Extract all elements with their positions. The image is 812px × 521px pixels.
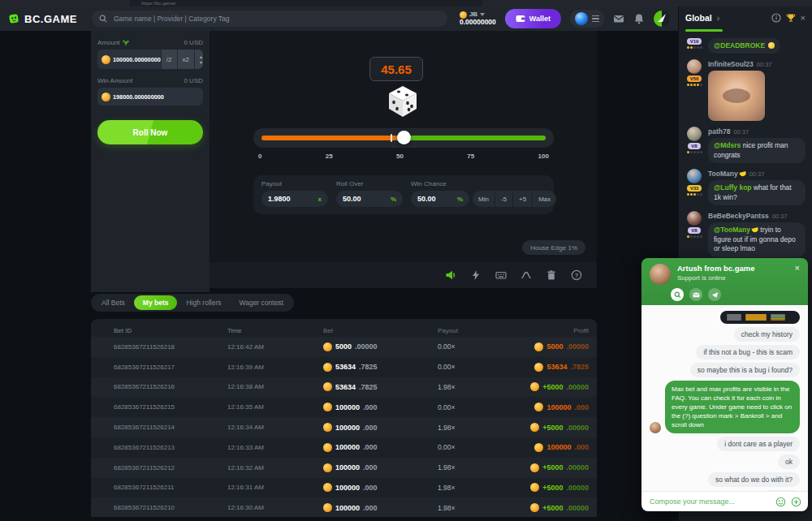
chevron-right-icon[interactable]: ›	[717, 13, 720, 23]
table-row[interactable]: 6828536721152621312:16:33 AM100000.0000.…	[91, 437, 597, 458]
half-bet-button[interactable]: /2	[161, 50, 177, 69]
support-close-icon[interactable]: ×	[795, 264, 800, 273]
attach-icon[interactable]	[791, 497, 801, 507]
chat-mention[interactable]: @Mdsrs	[714, 141, 741, 149]
support-email-icon[interactable]	[689, 288, 702, 301]
table-row[interactable]: 6828536721152621212:16:32 AM100000.0001.…	[91, 458, 597, 478]
time-cell: 12:16:31 AM	[227, 484, 323, 491]
table-row[interactable]: 6828536721152621512:16:35 AM100000.0000.…	[91, 397, 597, 417]
roll-over-input[interactable]: 50.00 %	[336, 191, 403, 207]
hotkeys-keyboard-icon[interactable]	[495, 269, 507, 281]
time-cell: 12:16:39 AM	[227, 364, 323, 371]
level-badge: V8	[688, 227, 700, 234]
address-bar[interactable]: https://bc.game/	[130, 0, 482, 6]
win-chance-input[interactable]: 50.00 %	[411, 191, 469, 207]
coin-icon	[530, 503, 539, 512]
table-row[interactable]: 6828536721152621412:16:34 AM100000.0001.…	[91, 417, 597, 437]
slider-track[interactable]	[261, 136, 546, 140]
payout-cell: 0.00×	[429, 403, 534, 411]
support-user-bubble: i dont care as a player	[717, 437, 800, 451]
chat-user-avatar[interactable]	[687, 127, 702, 141]
coin-icon	[323, 423, 332, 432]
chance-max-button[interactable]: Max	[532, 191, 556, 207]
support-chat-icon[interactable]	[654, 11, 670, 27]
chat-username[interactable]: TooMany00:37	[708, 170, 806, 178]
chat-messages: V19@DEADBROKE V50InfiniteSoul2300:37V8pa…	[679, 35, 812, 259]
chat-username[interactable]: BeBeBeckyPantss00:37	[708, 212, 806, 220]
bc-logo[interactable]: BC.GAME	[8, 13, 77, 25]
wallet-button[interactable]: Wallet	[505, 9, 561, 28]
tab-my-bets[interactable]: My bets	[134, 295, 178, 310]
chat-info-icon[interactable]	[771, 13, 781, 23]
table-row[interactable]: 6828536721152621112:16:31 AM100000.0001.…	[91, 478, 597, 498]
laughing-emoji-icon	[768, 42, 775, 49]
clear-bets-trash-icon[interactable]	[546, 269, 557, 281]
notifications-bell-icon[interactable]	[633, 13, 645, 24]
tab-wager-contest[interactable]: Wager contest	[230, 295, 292, 310]
coin-icon	[323, 342, 332, 351]
chat-channel[interactable]: Global	[685, 13, 712, 23]
col-time: Time	[227, 327, 323, 334]
slider-handle[interactable]	[397, 131, 411, 144]
chat-close-icon[interactable]: ×	[801, 13, 806, 23]
table-row[interactable]: 6828536721152621712:16:39 AM53634.78250.…	[91, 357, 597, 377]
tab-high-rollers[interactable]: High rollers	[177, 295, 230, 310]
chat-mention[interactable]: @TooMany	[714, 226, 750, 234]
roll-now-button[interactable]: Roll Now	[97, 120, 203, 144]
table-row[interactable]: 6828536721152621812:16:42 AM5000.000000.…	[91, 337, 597, 357]
chat-username[interactable]: InfiniteSoul2300:37	[708, 60, 806, 68]
search-input[interactable]	[112, 14, 440, 24]
chat-user-avatar[interactable]	[687, 211, 702, 226]
double-bet-button[interactable]: x2	[177, 50, 194, 69]
game-search[interactable]	[92, 11, 447, 27]
bet-amount-input[interactable]: 100000.00000000 /2 x2 ▴▾	[97, 50, 203, 69]
chat-mention[interactable]: @DEADBROKE	[714, 41, 765, 50]
coin-icon	[530, 463, 539, 472]
chat-user-avatar[interactable]	[687, 169, 702, 183]
payout-cell: 0.00×	[429, 363, 534, 371]
profit-cell: +5000.00000	[530, 382, 589, 391]
live-stats-icon[interactable]	[520, 269, 532, 281]
payout-input[interactable]: 1.9800 x	[261, 191, 328, 207]
messages-icon[interactable]	[613, 13, 624, 24]
time-cell: 12:16:30 AM	[227, 504, 323, 511]
roll-over-field: Roll Over 50.00 %	[336, 180, 403, 209]
roll-over-slider[interactable]	[253, 128, 554, 148]
balance-selector[interactable]: JB 0.00000000	[460, 11, 496, 26]
profit-cell: +5000.00000	[530, 463, 589, 472]
support-image-attachment[interactable]	[720, 311, 800, 324]
volume-icon[interactable]	[445, 269, 456, 281]
chance-plus-5-button[interactable]: +5	[512, 191, 532, 207]
chat-user-avatar[interactable]	[687, 59, 702, 74]
trophy-icon[interactable]	[786, 13, 796, 23]
house-edge-badge: House Edge 1%	[522, 240, 585, 255]
profit-cell: +5000.00000	[530, 483, 589, 492]
support-search-icon[interactable]	[671, 288, 684, 301]
chat-mention[interactable]: @Luffy kop	[714, 183, 752, 192]
support-telegram-icon[interactable]	[708, 288, 721, 301]
chance-minus-5-button[interactable]: -5	[495, 191, 512, 207]
help-icon[interactable]: ?	[571, 269, 582, 281]
table-row[interactable]: 6828536721152621012:16:30 AM100000.0001.…	[91, 497, 597, 517]
banana-emoji-icon	[751, 227, 758, 233]
chat-image-attachment[interactable]	[708, 71, 765, 121]
chat-timestamp: 00:37	[733, 128, 749, 136]
col-profit: Profit	[573, 327, 589, 334]
level-dots	[687, 46, 702, 49]
bets-tabs: All BetsMy betsHigh rollersWager contest	[91, 294, 294, 312]
turbo-lightning-icon[interactable]	[470, 269, 482, 281]
chat-username[interactable]: path7800:37	[708, 127, 806, 136]
chance-min-button[interactable]: Min	[473, 191, 495, 207]
game-fields-panel: Payout 1.9800 x Roll Over 50.00 % Win Ch…	[253, 175, 554, 214]
tab-all-bets[interactable]: All Bets	[93, 295, 134, 310]
amount-stepper[interactable]: ▴▾	[194, 50, 203, 69]
win-chance-field: Win Chance 50.00 % Min-5+5Max	[411, 180, 556, 209]
chat-message: V8path7800:37@Mdsrs nice profit man cong…	[685, 127, 806, 163]
coin-icon	[323, 382, 332, 391]
table-row[interactable]: 6828536721152621612:16:38 AM53634.78251.…	[91, 377, 597, 398]
user-menu[interactable]	[570, 10, 604, 28]
slider-tick: 25	[326, 153, 333, 160]
compose-input[interactable]	[648, 497, 771, 506]
coin-icon	[323, 443, 332, 452]
emoji-icon[interactable]	[775, 497, 786, 507]
